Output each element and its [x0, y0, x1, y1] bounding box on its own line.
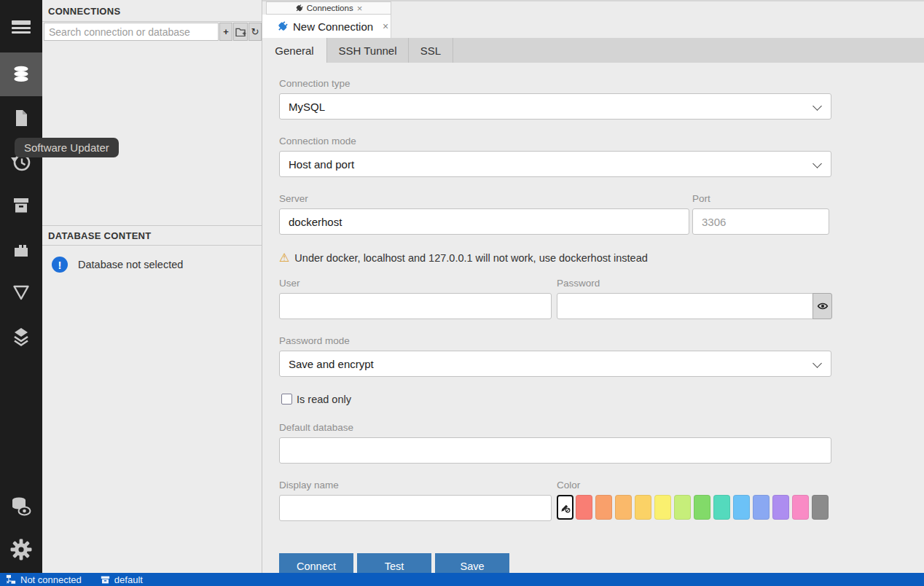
app-window: CONNECTIONS + ↻ DATABASE CONTENT ! Datab… [0, 0, 924, 586]
color-swatch[interactable] [753, 495, 770, 520]
connection-mode-label: Connection mode [279, 136, 356, 146]
color-label: Color [557, 480, 580, 491]
color-swatch-row [576, 495, 829, 520]
main-area: Connections × New Connection × General S… [262, 0, 924, 573]
connection-type-label: Connection type [279, 78, 351, 89]
sidebar-item-layers[interactable] [0, 326, 42, 348]
connection-status-text: Not connected [20, 574, 82, 585]
menu-icon[interactable] [0, 11, 42, 33]
connections-panel: CONNECTIONS + ↻ DATABASE CONTENT ! Datab… [42, 0, 262, 573]
database-eye-icon [10, 496, 32, 517]
connection-type-value: MySQL [289, 101, 325, 113]
subtab-bar: General SSH Tunnel SSL [262, 38, 924, 63]
info-icon: ! [52, 257, 68, 273]
display-name-input[interactable] [279, 495, 552, 521]
chevron-down-icon [813, 359, 822, 368]
tab-connections-label: Connections [307, 4, 353, 12]
status-bar: Not connected default [0, 573, 924, 586]
show-password-button[interactable] [813, 293, 832, 319]
tab-general-label: General [275, 44, 313, 57]
search-input[interactable] [44, 23, 219, 41]
sidebar-item-connections[interactable] [0, 52, 42, 96]
archive-small-icon [101, 575, 110, 585]
layers-icon [12, 327, 31, 347]
default-database-label: Default database [279, 422, 353, 433]
tab-new-connection-label: New Connection [293, 20, 373, 33]
sidebar-item-filters[interactable] [0, 282, 42, 304]
plus-icon: + [223, 26, 229, 37]
port-label: Port [692, 193, 710, 204]
docker-warning: ⚠ Under docker, localhost and 127.0.0.1 … [279, 251, 648, 265]
color-swatch[interactable] [576, 495, 592, 520]
connection-mode-value: Host and port [289, 158, 354, 171]
chevron-down-icon [813, 159, 822, 168]
port-input[interactable] [692, 208, 829, 235]
tab-general[interactable]: General [262, 38, 327, 63]
connection-type-select[interactable]: MySQL [279, 93, 831, 120]
color-swatch[interactable] [733, 495, 750, 520]
icon-sidebar [0, 0, 42, 573]
database-not-selected-message: Database not selected [78, 259, 183, 270]
tab-new-connection[interactable]: New Connection × [262, 15, 391, 38]
warning-icon: ⚠ [279, 251, 289, 265]
brick-icon [12, 240, 31, 259]
connection-status[interactable]: Not connected [6, 574, 82, 585]
archive-status-text: default [114, 574, 143, 585]
color-swatch[interactable] [615, 495, 632, 520]
close-icon[interactable]: × [357, 3, 363, 14]
database-icon [12, 66, 31, 83]
add-folder-button[interactable] [233, 23, 248, 41]
docker-warning-text: Under docker, localhost and 127.0.0.1 wi… [294, 252, 647, 264]
sidebar-item-files[interactable] [0, 107, 42, 129]
no-color-icon [560, 502, 571, 513]
color-swatch[interactable] [713, 495, 730, 520]
tab-ssl-label: SSL [420, 44, 441, 57]
user-input[interactable] [279, 293, 552, 319]
server-input[interactable] [279, 208, 689, 235]
tab-ssh-tunnel[interactable]: SSH Tunnel [327, 38, 409, 63]
color-none-swatch[interactable] [557, 495, 573, 520]
tab-ssl[interactable]: SSL [409, 38, 453, 63]
tab-ssh-tunnel-label: SSH Tunnel [338, 44, 396, 57]
gear-icon [9, 538, 33, 561]
read-only-checkbox[interactable] [281, 394, 292, 405]
not-connected-icon [6, 574, 16, 585]
password-label: Password [557, 278, 600, 289]
color-swatch[interactable] [635, 495, 651, 520]
file-icon [12, 109, 31, 128]
color-swatch[interactable] [812, 495, 829, 520]
color-swatch[interactable] [772, 495, 789, 520]
password-mode-value: Save and encrypt [289, 358, 374, 370]
plug-icon [277, 21, 288, 32]
sidebar-item-database-view[interactable] [0, 496, 42, 517]
connection-mode-select[interactable]: Host and port [279, 151, 831, 177]
tab-connections[interactable]: Connections × [266, 1, 391, 15]
color-swatch[interactable] [792, 495, 809, 520]
color-swatch[interactable] [694, 495, 710, 520]
sidebar-item-applications[interactable] [0, 238, 42, 260]
folder-plus-icon [235, 27, 246, 36]
color-swatch[interactable] [654, 495, 671, 520]
eye-icon [817, 300, 829, 312]
connections-panel-title: CONNECTIONS [42, 1, 262, 22]
password-mode-label: Password mode [279, 335, 350, 346]
sidebar-item-settings[interactable] [0, 539, 42, 560]
add-connection-button[interactable]: + [219, 23, 232, 41]
color-swatch[interactable] [595, 495, 612, 520]
archive-status[interactable]: default [101, 574, 143, 585]
refresh-button[interactable]: ↻ [248, 23, 262, 41]
chevron-down-icon [813, 101, 822, 111]
server-label: Server [279, 193, 308, 204]
user-label: User [279, 278, 300, 289]
plug-icon [295, 4, 303, 12]
default-database-input[interactable] [279, 437, 831, 464]
password-mode-select[interactable]: Save and encrypt [279, 351, 831, 377]
close-icon[interactable]: × [383, 20, 388, 32]
triangle-filter-icon [12, 284, 31, 302]
password-input[interactable] [557, 293, 831, 319]
read-only-label: Is read only [297, 394, 351, 405]
sidebar-item-archive[interactable] [0, 195, 42, 216]
software-updater-tooltip: Software Updater [15, 138, 119, 157]
color-swatch[interactable] [674, 495, 691, 520]
refresh-icon: ↻ [251, 26, 259, 37]
